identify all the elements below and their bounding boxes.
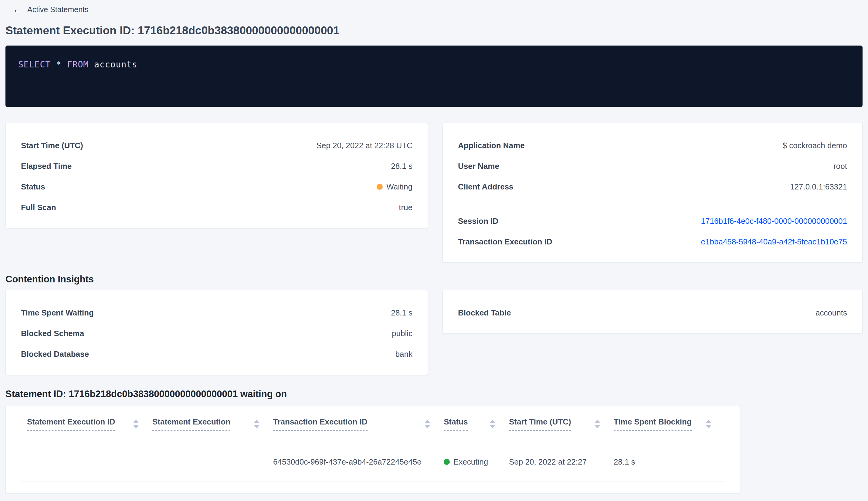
column-header-transaction-execution-id[interactable]: Transaction Execution ID [273,417,444,431]
elapsed-time-row: Elapsed Time 28.1 s [21,160,412,172]
status-value: Waiting [386,181,412,193]
user-name-value: root [833,160,847,172]
sort-icon[interactable] [594,420,600,428]
blocked-database-row: Blocked Database bank [21,348,412,360]
column-header-status[interactable]: Status [444,417,509,431]
session-id-label: Session ID [458,215,498,227]
sql-table-name: accounts [94,60,138,70]
waiting-on-heading: Statement ID: 1716b218dc0b38380000000000… [6,388,862,400]
time-spent-waiting-value: 28.1 s [391,307,412,319]
column-header-label: Status [444,417,468,431]
status-label: Status [21,181,45,193]
sort-icon[interactable] [706,420,712,428]
cell-transaction-execution-id: 64530d0c-969f-437e-a9b4-26a72245e45e [273,457,444,467]
blocked-table-card: Blocked Table accounts [443,290,862,334]
session-id-row: Session ID 1716b1f6-4e0c-f480-0000-00000… [458,215,847,227]
waiting-on-table: Statement Execution ID Statement Executi… [6,406,740,493]
transaction-execution-id-row: Transaction Execution ID e1bba458-5948-4… [458,236,847,248]
full-scan-row: Full Scan true [21,201,412,213]
back-link-label: Active Statements [27,5,88,14]
table-header-row: Statement Execution ID Statement Executi… [20,406,725,442]
application-name-value: $ cockroach demo [783,139,847,151]
sql-star: * [56,60,62,70]
table-row: 64530d0c-969f-437e-a9b4-26a72245e45e Exe… [20,442,725,482]
cell-time-spent-blocking: 28.1 s [614,457,725,467]
status-value-group: Waiting [377,181,412,193]
column-header-start-time[interactable]: Start Time (UTC) [509,417,614,431]
elapsed-time-label: Elapsed Time [21,160,72,172]
column-header-time-spent-blocking[interactable]: Time Spent Blocking [614,417,725,431]
column-header-label: Time Spent Blocking [614,417,692,431]
blocked-table-label: Blocked Table [458,307,511,319]
contention-cards-row: Time Spent Waiting 28.1 s Blocked Schema… [6,290,862,375]
client-address-value: 127.0.0.1:63321 [790,181,847,193]
time-spent-waiting-label: Time Spent Waiting [21,307,94,319]
start-time-value: Sep 20, 2022 at 22:28 UTC [316,139,412,151]
status-executing-dot-icon [444,459,450,465]
column-header-label: Statement Execution [152,417,230,431]
sql-keyword-from: FROM [67,60,89,70]
start-time-label: Start Time (UTC) [21,139,83,151]
back-link-active-statements[interactable]: ← Active Statements [6,3,88,14]
column-header-statement-execution[interactable]: Statement Execution [152,417,273,431]
sort-icon[interactable] [254,420,260,428]
client-address-row: Client Address 127.0.0.1:63321 [458,181,847,193]
page-title: Statement Execution ID: 1716b218dc0b3838… [6,24,862,38]
transaction-execution-id-label: Transaction Execution ID [458,236,552,248]
contention-details-card: Time Spent Waiting 28.1 s Blocked Schema… [6,290,428,375]
cell-status-text: Executing [453,457,488,467]
transaction-execution-id-link[interactable]: e1bba458-5948-40a9-a42f-5feac1b10e75 [701,236,847,248]
sort-icon[interactable] [490,420,496,428]
back-arrow-icon: ← [13,5,22,14]
session-id-link[interactable]: 1716b1f6-4e0c-f480-0000-000000000001 [701,215,847,227]
blocked-table-row: Blocked Table accounts [458,307,847,319]
column-header-label: Start Time (UTC) [509,417,571,431]
cell-start-time: Sep 20, 2022 at 22:27 [509,457,614,467]
column-header-label: Transaction Execution ID [273,417,368,431]
full-scan-label: Full Scan [21,201,56,213]
client-address-label: Client Address [458,181,513,193]
blocked-database-value: bank [395,348,412,360]
user-name-row: User Name root [458,160,847,172]
contention-insights-heading: Contention Insights [6,274,862,285]
session-details-card: Application Name $ cockroach demo User N… [443,122,862,263]
user-name-label: User Name [458,160,499,172]
sort-icon[interactable] [133,420,139,428]
status-row: Status Waiting [21,181,412,193]
sort-icon[interactable] [424,420,430,428]
blocked-schema-label: Blocked Schema [21,327,84,340]
card-divider [458,204,847,204]
elapsed-time-value: 28.1 s [391,160,412,172]
execution-details-card: Start Time (UTC) Sep 20, 2022 at 22:28 U… [6,122,428,228]
column-header-statement-execution-id[interactable]: Statement Execution ID [20,417,152,431]
sql-keyword-select: SELECT [18,60,51,70]
cell-status: Executing [444,457,509,467]
blocked-table-value: accounts [815,307,847,319]
start-time-row: Start Time (UTC) Sep 20, 2022 at 22:28 U… [21,139,412,151]
blocked-database-label: Blocked Database [21,348,89,360]
application-name-row: Application Name $ cockroach demo [458,139,847,151]
time-spent-waiting-row: Time Spent Waiting 28.1 s [21,307,412,319]
details-cards-row: Start Time (UTC) Sep 20, 2022 at 22:28 U… [6,122,862,263]
column-header-label: Statement Execution ID [27,417,115,431]
blocked-schema-row: Blocked Schema public [21,327,412,340]
application-name-label: Application Name [458,139,525,151]
statement-execution-page: ← Active Statements Statement Execution … [0,0,868,501]
status-waiting-dot-icon [377,184,383,190]
blocked-schema-value: public [392,327,412,340]
sql-statement-box: SELECT * FROM accounts [6,45,862,107]
full-scan-value: true [399,201,412,213]
